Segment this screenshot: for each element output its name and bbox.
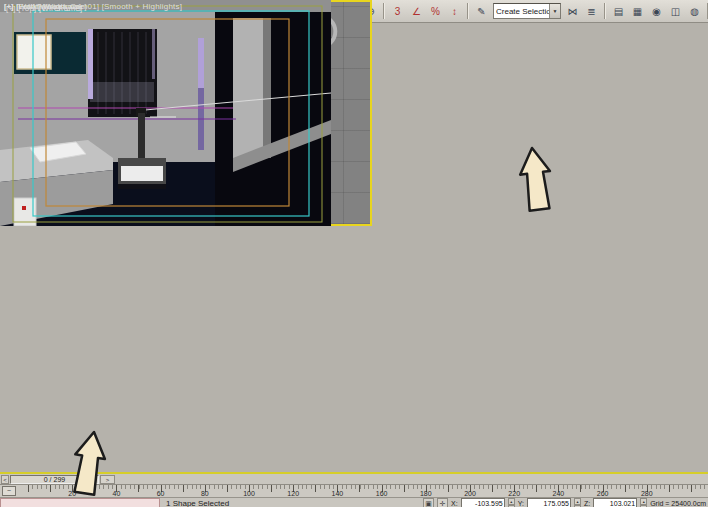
previous-frame-button[interactable]: <	[1, 475, 9, 484]
selection-status-text: 1 Shape Selected	[166, 499, 229, 507]
camera-viewport-scene[interactable]	[0, 0, 331, 226]
toolbar-separator	[604, 3, 606, 19]
frame-tick-label: 220	[508, 490, 520, 497]
frame-tick-label: 140	[332, 490, 344, 497]
time-slider[interactable]: < 0 / 299 >	[0, 472, 708, 485]
track-bar-ruler[interactable]: 20406080100120140160180200220240260280	[18, 485, 708, 498]
frame-tick-label: 60	[157, 490, 165, 497]
toolbar-separator	[467, 3, 469, 19]
percent-snap-toggle-button[interactable]: %	[427, 2, 444, 20]
time-slider-handle[interactable]: 0 / 299	[10, 475, 99, 484]
open-mini-curve-editor-button[interactable]: ~	[2, 486, 16, 496]
right-column-side	[263, 18, 271, 158]
status-bar: 1 Shape Selected ▣ ✛ X: -103.595 ▴▾ Y: 1…	[0, 498, 708, 507]
chevron-down-icon[interactable]: ▼	[549, 4, 560, 18]
material-editor-button[interactable]: ◍	[686, 2, 703, 20]
schematic-view-button[interactable]: ◫	[667, 2, 684, 20]
layer-manager-button[interactable]: ▤	[610, 2, 627, 20]
frame-tick-label: 240	[553, 490, 565, 497]
z-coordinate-spinner[interactable]: ▴▾	[640, 498, 647, 507]
y-coordinate-field[interactable]: 175.055	[527, 498, 571, 507]
x-coordinate-spinner[interactable]: ▴▾	[508, 498, 515, 507]
curtain-panel[interactable]	[88, 29, 157, 117]
window-edge-strip	[198, 38, 204, 150]
align-button[interactable]: ≣	[583, 2, 600, 20]
frame-tick-label: 180	[420, 490, 432, 497]
nightstand[interactable]	[118, 158, 166, 189]
frame-tick-label: 20	[68, 490, 76, 497]
maxscript-mini-listener[interactable]	[0, 498, 160, 507]
coordinate-display-cluster: ▣ ✛ X: -103.595 ▴▾ Y: 175.055 ▴▾ Z: 103.…	[423, 498, 706, 507]
next-frame-button[interactable]: >	[100, 475, 115, 484]
x-coordinate-field[interactable]: -103.595	[461, 498, 505, 507]
frame-tick-label: 100	[243, 490, 255, 497]
right-column[interactable]	[233, 18, 263, 158]
mirror-button[interactable]: ⋈	[564, 2, 581, 20]
frame-tick-label: 80	[201, 490, 209, 497]
toolbar-separator	[383, 3, 385, 19]
grid-size-readout: Grid = 25400.0cm	[650, 498, 706, 507]
absolute-offset-mode-button[interactable]: ✛	[437, 498, 448, 507]
viewport-camera[interactable]: [+] [Walkthrough_Cam01] [Smooth + Highli…	[0, 0, 331, 226]
x-coordinate-label: X:	[451, 498, 458, 507]
graphite-ribbon-toggle-button[interactable]: ▦	[629, 2, 646, 20]
angle-snap-toggle-button[interactable]: ∠	[408, 2, 425, 20]
z-coordinate-field[interactable]: 103.021	[593, 498, 637, 507]
frame-tick-label: 260	[597, 490, 609, 497]
selection-lock-toggle-button[interactable]: ▣	[423, 498, 434, 507]
track-bar[interactable]: ~ 20406080100120140160180200220240260280	[0, 485, 708, 498]
annotation-arrow-front	[488, 138, 578, 230]
frame-tick-label: 280	[641, 490, 653, 497]
frame-tick-label: 40	[112, 490, 120, 497]
edit-named-selection-sets-button[interactable]: ✎	[473, 2, 490, 20]
viewport-camera-label[interactable]: [+] [Walkthrough_Cam01] [Smooth + Highli…	[4, 2, 182, 11]
spinner-snap-toggle-button[interactable]: ↕	[446, 2, 463, 20]
y-coordinate-spinner[interactable]: ▴▾	[574, 498, 581, 507]
snaps-toggle-3d-button[interactable]: 3	[389, 2, 406, 20]
named-selection-sets-dropdown[interactable]: Create Selection Se▼	[493, 3, 561, 19]
curve-editor-button[interactable]: ◉	[648, 2, 665, 20]
frame-tick-label: 160	[376, 490, 388, 497]
3ds-max-window: ↶↷∞⊘≋All▼↖≡▢▣+↻◇View▼∴⊕3∠%↕✎Create Selec…	[0, 0, 708, 507]
frame-tick-label: 120	[287, 490, 299, 497]
frame-tick-label: 200	[464, 490, 476, 497]
y-coordinate-label: Y:	[518, 498, 524, 507]
z-coordinate-label: Z:	[584, 498, 590, 507]
